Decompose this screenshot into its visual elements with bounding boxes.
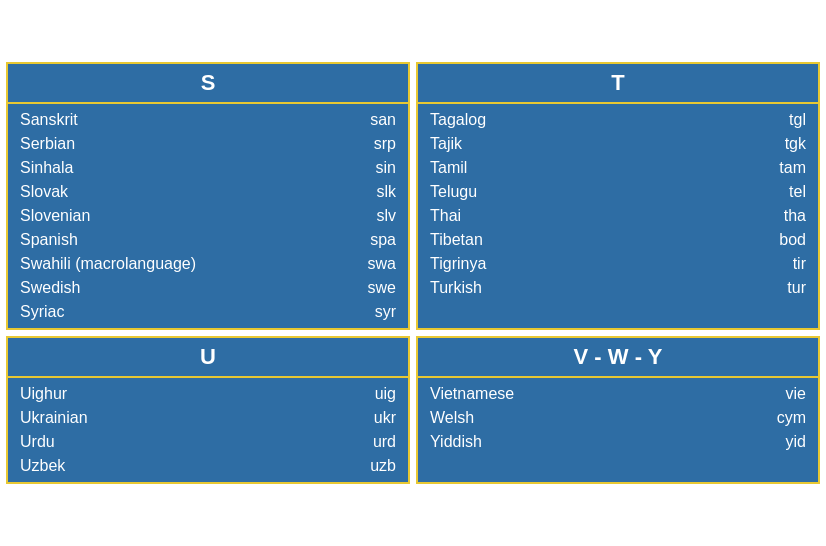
lang-row: Sanskritsan	[16, 108, 400, 132]
lang-row: Ukrainianukr	[16, 406, 400, 430]
lang-name: Turkish	[430, 279, 482, 297]
lang-name: Uzbek	[20, 457, 65, 475]
lang-code: tel	[789, 183, 806, 201]
section-body-t: TagalogtglTajiktgkTamiltamTelugutelThait…	[418, 104, 818, 304]
lang-name: Tigrinya	[430, 255, 486, 273]
lang-code: uzb	[370, 457, 396, 475]
lang-code: slk	[376, 183, 396, 201]
lang-code: swa	[368, 255, 396, 273]
lang-row: Swedishswe	[16, 276, 400, 300]
lang-row: Slovakslk	[16, 180, 400, 204]
lang-code: cym	[777, 409, 806, 427]
section-body-u: UighuruigUkrainianukrUrduurdUzbekuzb	[8, 378, 408, 482]
lang-name: Urdu	[20, 433, 55, 451]
lang-row: Urduurd	[16, 430, 400, 454]
lang-row: Slovenianslv	[16, 204, 400, 228]
lang-name: Sanskrit	[20, 111, 78, 129]
lang-row: Turkishtur	[426, 276, 810, 300]
lang-row: Syriacsyr	[16, 300, 400, 324]
section-t: TTagalogtglTajiktgkTamiltamTelugutelThai…	[416, 62, 820, 330]
lang-code: bod	[779, 231, 806, 249]
lang-row: Uzbekuzb	[16, 454, 400, 478]
lang-code: yid	[786, 433, 806, 451]
lang-name: Swedish	[20, 279, 80, 297]
lang-row: Thaitha	[426, 204, 810, 228]
lang-row: Uighuruig	[16, 382, 400, 406]
lang-code: tgk	[785, 135, 806, 153]
section-header-vwy: V - W - Y	[418, 338, 818, 378]
lang-name: Welsh	[430, 409, 474, 427]
lang-row: Tajiktgk	[426, 132, 810, 156]
lang-name: Swahili (macrolanguage)	[20, 255, 196, 273]
lang-code: sin	[376, 159, 396, 177]
section-header-u: U	[8, 338, 408, 378]
lang-code: slv	[376, 207, 396, 225]
lang-row: Vietnamesevie	[426, 382, 810, 406]
lang-name: Ukrainian	[20, 409, 88, 427]
lang-code: syr	[375, 303, 396, 321]
lang-name: Tamil	[430, 159, 467, 177]
lang-code: tir	[793, 255, 806, 273]
section-s: SSanskritsanSerbiansrpSinhalasinSlovaksl…	[6, 62, 410, 330]
lang-row: Spanishspa	[16, 228, 400, 252]
lang-name: Slovenian	[20, 207, 90, 225]
lang-row: Tigrinyatir	[426, 252, 810, 276]
lang-code: uig	[375, 385, 396, 403]
lang-code: san	[370, 111, 396, 129]
section-body-s: SanskritsanSerbiansrpSinhalasinSlovakslk…	[8, 104, 408, 328]
section-u: UUighuruigUkrainianukrUrduurdUzbekuzb	[6, 336, 410, 484]
lang-name: Telugu	[430, 183, 477, 201]
lang-code: tur	[787, 279, 806, 297]
language-grid: SSanskritsanSerbiansrpSinhalasinSlovaksl…	[0, 56, 826, 490]
lang-row: Welshcym	[426, 406, 810, 430]
lang-name: Sinhala	[20, 159, 73, 177]
lang-code: srp	[374, 135, 396, 153]
lang-code: spa	[370, 231, 396, 249]
lang-name: Vietnamese	[430, 385, 514, 403]
lang-name: Tagalog	[430, 111, 486, 129]
lang-row: Tagalogtgl	[426, 108, 810, 132]
lang-name: Tibetan	[430, 231, 483, 249]
lang-row: Sinhalasin	[16, 156, 400, 180]
section-header-s: S	[8, 64, 408, 104]
lang-row: Tamiltam	[426, 156, 810, 180]
lang-name: Yiddish	[430, 433, 482, 451]
lang-code: vie	[786, 385, 806, 403]
lang-name: Tajik	[430, 135, 462, 153]
lang-code: urd	[373, 433, 396, 451]
lang-name: Slovak	[20, 183, 68, 201]
lang-name: Thai	[430, 207, 461, 225]
section-vwy: V - W - YVietnamesevieWelshcymYiddishyid	[416, 336, 820, 484]
lang-name: Uighur	[20, 385, 67, 403]
lang-code: swe	[368, 279, 396, 297]
lang-code: ukr	[374, 409, 396, 427]
lang-row: Serbiansrp	[16, 132, 400, 156]
section-header-t: T	[418, 64, 818, 104]
lang-row: Tibetanbod	[426, 228, 810, 252]
lang-row: Swahili (macrolanguage)swa	[16, 252, 400, 276]
lang-row: Telugutel	[426, 180, 810, 204]
section-body-vwy: VietnamesevieWelshcymYiddishyid	[418, 378, 818, 458]
lang-row: Yiddishyid	[426, 430, 810, 454]
lang-code: tha	[784, 207, 806, 225]
lang-code: tam	[779, 159, 806, 177]
lang-name: Spanish	[20, 231, 78, 249]
lang-name: Serbian	[20, 135, 75, 153]
lang-name: Syriac	[20, 303, 64, 321]
lang-code: tgl	[789, 111, 806, 129]
